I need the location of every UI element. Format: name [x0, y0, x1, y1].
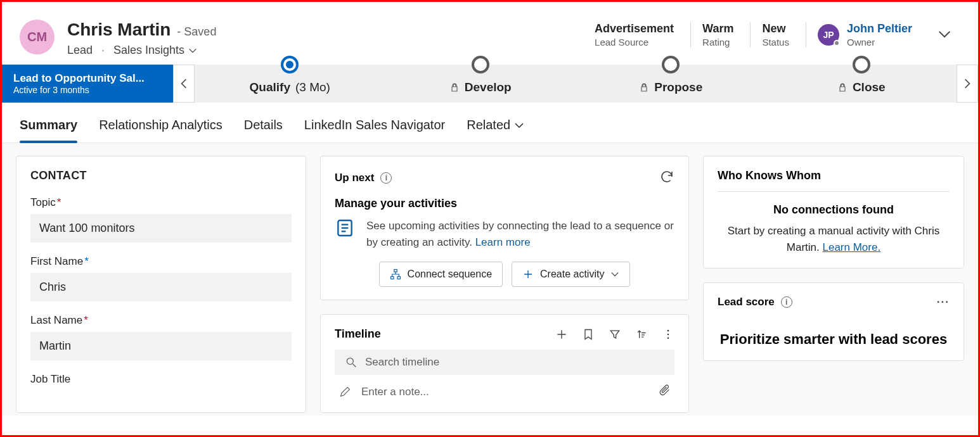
owner-label: Owner [847, 37, 912, 48]
record-avatar: CM [20, 20, 55, 54]
last-name-input[interactable] [30, 332, 292, 360]
form-selector[interactable]: Sales Insights [113, 44, 197, 57]
manage-text: See upcoming activities by connecting th… [366, 218, 674, 250]
bookmark-icon [582, 328, 595, 341]
meta-label: Status [762, 37, 789, 48]
record-header: CM Chris Martin - Saved Lead · Sales Ins… [2, 2, 978, 62]
svg-rect-4 [394, 270, 397, 272]
learn-more-link[interactable]: Learn more [475, 236, 531, 248]
form-name: Sales Insights [113, 44, 184, 57]
who-knows-header: Who Knows Whom [718, 169, 950, 192]
sequence-doc-icon [335, 218, 355, 241]
refresh-button[interactable] [659, 169, 674, 187]
timeline-note-input[interactable]: Enter a note... [335, 375, 674, 400]
main-grid: CONTACT Topic* First Name* Last Name* Jo… [2, 143, 978, 415]
timeline-filter-button[interactable] [609, 328, 621, 341]
process-subtitle: Active for 3 months [13, 85, 162, 95]
plus-icon [555, 328, 568, 341]
chevron-down-icon [610, 270, 619, 279]
stage-duration: (3 Mo) [295, 80, 330, 94]
meta-value: Warm [702, 22, 733, 35]
first-name-input[interactable] [30, 273, 292, 301]
meta-status[interactable]: New Status [750, 22, 789, 48]
info-icon[interactable]: i [781, 296, 792, 308]
svg-point-8 [667, 333, 669, 335]
svg-rect-5 [390, 277, 394, 279]
info-icon[interactable]: i [380, 172, 392, 184]
stage-indicator-icon [472, 56, 489, 73]
presence-indicator [834, 40, 840, 46]
stage-qualify[interactable]: Qualify (3 Mo) [195, 65, 385, 103]
chevron-right-icon [962, 78, 973, 89]
stage-indicator-icon [281, 56, 299, 73]
process-header[interactable]: Lead to Opportunity Sal... Active for 3 … [2, 65, 173, 103]
meta-owner[interactable]: JP John Peltier Owner [806, 22, 912, 48]
chevron-down-icon [188, 46, 197, 55]
separator-dot: · [101, 44, 105, 57]
timeline-search[interactable]: Search timeline [335, 350, 674, 375]
search-icon [345, 356, 358, 369]
who-knows-text: Start by creating a manual activity with… [718, 223, 950, 255]
lock-icon [639, 82, 649, 92]
attach-button[interactable] [658, 384, 671, 400]
stage-indicator-icon [662, 56, 680, 73]
process-prev-button[interactable] [173, 65, 195, 103]
stage-propose[interactable]: Propose [576, 65, 766, 103]
process-flow: Lead to Opportunity Sal... Active for 3 … [2, 65, 978, 103]
owner-name: John Peltier [847, 22, 912, 35]
lead-score-title: Lead score [718, 296, 775, 308]
timeline-title: Timeline [335, 327, 381, 341]
lead-score-card: Lead score i ··· Prioritize smarter with… [703, 282, 964, 361]
who-knows-learn-more-link[interactable]: Learn More. [823, 241, 881, 253]
svg-point-10 [347, 358, 353, 364]
chevron-down-icon [514, 120, 524, 130]
title-block: Chris Martin - Saved Lead · Sales Insigh… [67, 20, 216, 57]
last-name-label: Last Name* [30, 314, 292, 327]
tab-related[interactable]: Related [467, 118, 524, 142]
timeline-sort-button[interactable] [635, 328, 648, 341]
stage-label: Close [853, 80, 886, 94]
topic-label: Topic* [30, 196, 292, 209]
plus-icon [522, 269, 534, 280]
button-label: Create activity [540, 269, 604, 280]
lead-score-headline: Prioritize smarter with lead scores [718, 331, 950, 348]
header-expand-button[interactable] [929, 22, 960, 49]
first-name-label: First Name* [30, 255, 292, 268]
process-next-button[interactable] [957, 65, 978, 103]
tab-summary[interactable]: Summary [20, 118, 77, 142]
timeline-card: Timeline Search timeline Enter a note... [320, 314, 689, 413]
lock-icon [837, 82, 848, 92]
lead-score-more-button[interactable]: ··· [937, 296, 950, 308]
tab-linkedin-sales-navigator[interactable]: LinkedIn Sales Navigator [304, 118, 445, 142]
more-vertical-icon [662, 328, 674, 341]
timeline-add-button[interactable] [555, 328, 568, 341]
search-placeholder: Search timeline [365, 356, 439, 369]
stage-rail: Qualify (3 Mo) Develop Propose Close [195, 65, 957, 103]
tab-details[interactable]: Details [244, 118, 283, 142]
who-knows-whom-card: Who Knows Whom No connections found Star… [703, 156, 964, 269]
right-column: Who Knows Whom No connections found Star… [703, 156, 964, 413]
meta-lead-source[interactable]: Advertisement Lead Source [595, 22, 674, 48]
tab-relationship-analytics[interactable]: Relationship Analytics [99, 118, 222, 142]
timeline-bookmark-button[interactable] [582, 328, 595, 341]
sort-icon [635, 328, 648, 341]
pencil-icon [338, 386, 351, 398]
stage-develop[interactable]: Develop [385, 65, 576, 103]
who-knows-title: No connections found [718, 203, 950, 217]
stage-close[interactable]: Close [766, 65, 957, 103]
topic-input[interactable] [30, 214, 292, 243]
save-status: - Saved [177, 25, 216, 39]
timeline-more-button[interactable] [662, 328, 674, 341]
tab-bar: Summary Relationship Analytics Details L… [2, 103, 978, 143]
meta-rating[interactable]: Warm Rating [690, 22, 733, 48]
middle-column: Up next i Manage your activities See upc… [320, 156, 689, 413]
create-activity-button[interactable]: Create activity [512, 262, 630, 287]
connect-sequence-button[interactable]: Connect sequence [379, 262, 503, 287]
meta-label: Lead Source [595, 37, 674, 48]
refresh-icon [659, 169, 674, 184]
svg-line-11 [353, 364, 356, 367]
timeline-toolbar [555, 328, 674, 341]
up-next-card: Up next i Manage your activities See upc… [320, 156, 689, 300]
manage-title: Manage your activities [335, 197, 674, 210]
owner-initials: JP [823, 30, 834, 40]
